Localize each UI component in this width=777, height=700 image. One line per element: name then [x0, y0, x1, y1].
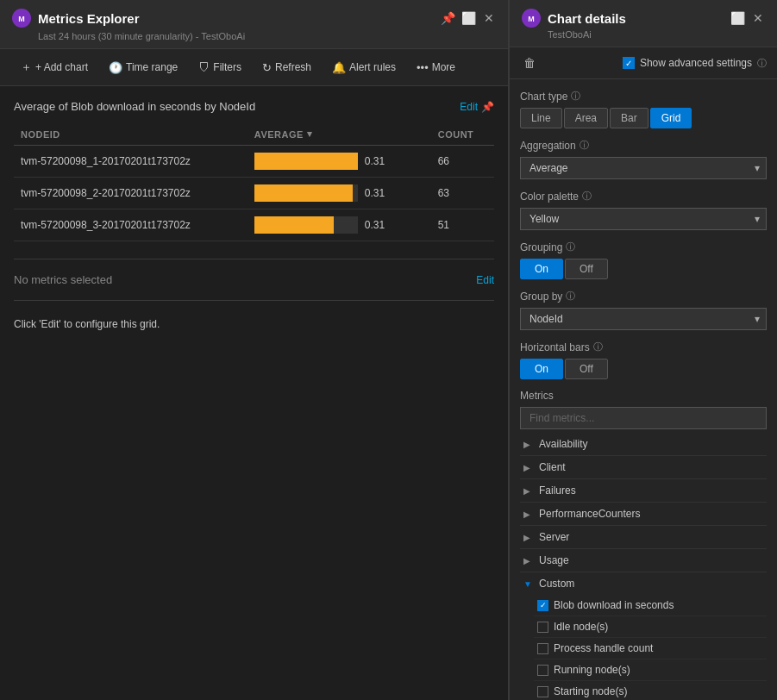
left-panel: M Metrics Explorer 📌 ⬜ ✕ Last 24 hours (… — [0, 0, 509, 700]
add-icon: ＋ — [21, 59, 32, 75]
help-icon-horizontal[interactable]: ⓘ — [593, 341, 603, 353]
checkbox-checked[interactable]: ✓ — [537, 600, 548, 611]
color-palette-dropdown[interactable]: Yellow Blue Green Red — [520, 208, 767, 230]
tree-item-failures: ▶Failures — [520, 479, 767, 503]
maximize-button-left[interactable]: ⬜ — [461, 11, 475, 25]
tree-item-label: PerformanceCounters — [539, 508, 640, 520]
checkbox-empty[interactable] — [537, 643, 548, 654]
checkbox-empty[interactable] — [537, 665, 548, 676]
aggregation-section: Aggregation ⓘ — [520, 139, 767, 152]
tree-item-custom: ▼Custom✓Blob download in secondsIdle nod… — [520, 572, 767, 700]
bell-icon: 🔔 — [332, 61, 346, 74]
help-icon-grouping[interactable]: ⓘ — [566, 241, 575, 253]
sub-item-row[interactable]: Running node(s) — [534, 659, 767, 681]
grouping-toggle-off[interactable]: Off — [565, 259, 608, 279]
aggregation-dropdown[interactable]: Average Sum Count Min Max — [520, 157, 767, 179]
cell-nodeid: tvm-57200098_3-20170201t173702z — [14, 209, 248, 241]
group-by-dropdown[interactable]: NodeId None — [520, 308, 767, 330]
grouping-toggle: OnOff — [520, 259, 767, 279]
sub-item-row[interactable]: ✓Blob download in seconds — [534, 595, 767, 616]
chart-type-buttons: LineAreaBarGrid — [520, 108, 767, 128]
show-advanced-checkbox[interactable]: ✓ — [623, 57, 635, 69]
close-button-right[interactable]: ✕ — [751, 11, 765, 25]
chart2-header: No metrics selected Edit — [14, 273, 494, 286]
sub-item-label: Running node(s) — [554, 664, 630, 676]
grid-table-1: NODEID AVERAGE ▾ COUNT — [14, 123, 494, 241]
chart-type-section: Chart type ⓘ — [520, 90, 767, 103]
alert-rules-button[interactable]: 🔔 Alert rules — [323, 58, 404, 78]
expand-icon: ▶ — [523, 556, 534, 566]
tree-item-row-custom[interactable]: ▼Custom — [520, 572, 767, 595]
chart-type-btn-area[interactable]: Area — [564, 108, 608, 128]
cell-average-value: 0.31 — [365, 219, 385, 231]
chart2-edit-link[interactable]: Edit — [476, 274, 494, 286]
tree-item-row-performancecounters[interactable]: ▶PerformanceCounters — [520, 503, 767, 525]
cell-average-value: 0.31 — [365, 155, 385, 167]
tree-item-row-failures[interactable]: ▶Failures — [520, 479, 767, 502]
help-icon-color[interactable]: ⓘ — [582, 190, 592, 203]
chart-section-1: Average of Blob download in seconds by N… — [14, 100, 494, 241]
sub-items-custom: ✓Blob download in secondsIdle node(s)Pro… — [520, 595, 767, 700]
delete-button[interactable]: 🗑 — [520, 54, 539, 72]
time-range-button[interactable]: 🕐 Time range — [100, 58, 186, 78]
grouping-section: Grouping ⓘ — [520, 241, 767, 253]
tree-item-row-usage[interactable]: ▶Usage — [520, 549, 767, 572]
chart-type-btn-line[interactable]: Line — [520, 108, 562, 128]
col-average[interactable]: AVERAGE ▾ — [248, 123, 431, 146]
configure-text: Click 'Edit' to configure this grid. — [14, 318, 494, 330]
sub-item-starting-node(s): Starting node(s) — [534, 681, 767, 700]
more-button[interactable]: ••• More — [408, 58, 464, 78]
checkbox-empty[interactable] — [537, 622, 548, 633]
app-icon-right: M — [522, 9, 541, 28]
metrics-tree: ▶Availability▶Client▶Failures▶Performanc… — [520, 433, 767, 700]
chart-section-2: No metrics selected Edit — [14, 273, 494, 286]
sub-item-row[interactable]: Idle node(s) — [534, 616, 767, 638]
help-icon-group-by[interactable]: ⓘ — [566, 290, 575, 303]
sub-item-blob-download-in-seconds: ✓Blob download in seconds — [534, 595, 767, 616]
table-row: tvm-57200098_3-20170201t173702z 0.31 51 — [14, 209, 494, 241]
right-panel: M Chart details ⬜ ✕ TestOboAi 🗑 ✓ Show a… — [509, 0, 777, 700]
chart1-edit-link[interactable]: Edit 📌 — [460, 101, 494, 113]
bar-fill — [254, 153, 358, 170]
expand-icon: ▶ — [523, 440, 534, 449]
chart-type-btn-grid[interactable]: Grid — [650, 108, 692, 128]
more-icon: ••• — [417, 61, 429, 74]
aggregation-dropdown-wrapper: Average Sum Count Min Max — [520, 157, 767, 179]
help-icon-chart-type[interactable]: ⓘ — [571, 90, 580, 103]
grouping-toggle-on[interactable]: On — [520, 259, 563, 279]
close-button-left[interactable]: ✕ — [482, 11, 496, 25]
tree-item-row-client[interactable]: ▶Client — [520, 456, 767, 478]
metrics-section: Metrics ▶Availability▶Client▶Failures▶Pe… — [520, 390, 767, 700]
expand-icon: ▶ — [523, 509, 534, 519]
right-title: Chart details — [548, 11, 626, 26]
cell-count: 66 — [431, 146, 494, 178]
help-icon-aggregation[interactable]: ⓘ — [580, 139, 589, 152]
maximize-button-right[interactable]: ⬜ — [730, 11, 744, 25]
sub-item-label: Process handle count — [554, 642, 653, 654]
help-icon-advanced[interactable]: ⓘ — [757, 57, 767, 70]
sub-item-row[interactable]: Process handle count — [534, 638, 767, 659]
svg-text:M: M — [528, 15, 535, 23]
chart-type-btn-bar[interactable]: Bar — [610, 108, 649, 128]
bar-fill — [254, 184, 353, 202]
metrics-search-input[interactable] — [520, 407, 767, 429]
tree-item-row-availability[interactable]: ▶Availability — [520, 433, 767, 455]
refresh-button[interactable]: ↻ Refresh — [254, 58, 320, 78]
horizontal-toggle: OnOff — [520, 359, 767, 379]
cell-average: 0.31 — [248, 146, 431, 178]
refresh-icon: ↻ — [262, 61, 272, 74]
pin-button-left[interactable]: 📌 — [441, 11, 454, 25]
tree-item-label: Client — [539, 461, 566, 473]
sub-item-idle-node(s): Idle node(s) — [534, 616, 767, 638]
tree-item-row-server[interactable]: ▶Server — [520, 526, 767, 548]
add-chart-button[interactable]: ＋ + Add chart — [12, 56, 97, 78]
bar-container — [254, 184, 358, 202]
horizontal-bars-section: Horizontal bars ⓘ — [520, 341, 767, 353]
horizontal-toggle-off[interactable]: Off — [565, 359, 608, 379]
right-subtitle: TestOboAi — [548, 29, 765, 40]
toolbar: ＋ + Add chart 🕐 Time range ⛉ Filters ↻ R… — [0, 49, 508, 86]
checkbox-empty[interactable] — [537, 686, 548, 697]
sub-item-row[interactable]: Starting node(s) — [534, 681, 767, 700]
filters-button[interactable]: ⛉ Filters — [190, 58, 250, 78]
horizontal-toggle-on[interactable]: On — [520, 359, 563, 379]
